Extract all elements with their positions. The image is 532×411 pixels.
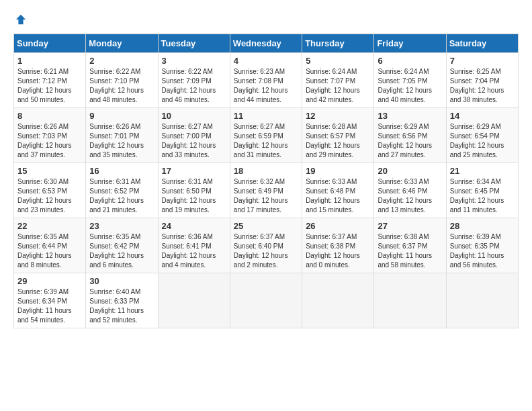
calendar-day-cell: 20 Sunrise: 6:33 AMSunset: 6:46 PMDaylig… (374, 163, 446, 218)
calendar-day-cell: 22 Sunrise: 6:35 AMSunset: 6:44 PMDaylig… (14, 218, 86, 273)
calendar-day-cell: 3 Sunrise: 6:22 AMSunset: 7:09 PMDayligh… (158, 53, 230, 108)
day-number: 12 (306, 111, 370, 121)
calendar-day-cell: 4 Sunrise: 6:23 AMSunset: 7:08 PMDayligh… (230, 53, 302, 108)
day-content: Sunrise: 6:31 AMSunset: 6:52 PMDaylight:… (89, 177, 154, 215)
weekday-header: Thursday (302, 34, 374, 53)
day-number: 11 (234, 111, 298, 121)
day-number: 28 (450, 221, 515, 231)
day-number: 2 (89, 56, 154, 66)
day-content: Sunrise: 6:23 AMSunset: 7:08 PMDaylight:… (234, 67, 298, 105)
logo (13, 13, 27, 23)
weekday-header: Tuesday (158, 34, 230, 53)
calendar-day-cell: 21 Sunrise: 6:34 AMSunset: 6:45 PMDaylig… (446, 163, 518, 218)
calendar-day-cell: 15 Sunrise: 6:30 AMSunset: 6:53 PMDaylig… (14, 163, 86, 218)
weekday-header: Saturday (446, 34, 518, 53)
day-number: 3 (162, 56, 226, 66)
day-number: 27 (378, 221, 442, 231)
calendar-week-row: 1 Sunrise: 6:21 AMSunset: 7:12 PMDayligh… (14, 53, 519, 108)
day-number: 8 (17, 111, 82, 121)
day-number: 25 (234, 221, 298, 231)
day-content: Sunrise: 6:29 AMSunset: 6:54 PMDaylight:… (450, 122, 515, 160)
calendar-day-cell (230, 273, 302, 328)
calendar-day-cell: 23 Sunrise: 6:35 AMSunset: 6:42 PMDaylig… (86, 218, 158, 273)
day-number: 15 (17, 166, 82, 176)
day-content: Sunrise: 6:35 AMSunset: 6:44 PMDaylight:… (17, 232, 82, 270)
day-content: Sunrise: 6:28 AMSunset: 6:57 PMDaylight:… (306, 122, 370, 160)
page-header (13, 13, 519, 23)
day-number: 22 (17, 221, 82, 231)
calendar-day-cell: 25 Sunrise: 6:37 AMSunset: 6:40 PMDaylig… (230, 218, 302, 273)
calendar-week-row: 22 Sunrise: 6:35 AMSunset: 6:44 PMDaylig… (14, 218, 519, 273)
day-number: 13 (378, 111, 442, 121)
day-number: 16 (89, 166, 154, 176)
calendar-week-row: 8 Sunrise: 6:26 AMSunset: 7:03 PMDayligh… (14, 108, 519, 163)
calendar-body: 1 Sunrise: 6:21 AMSunset: 7:12 PMDayligh… (14, 53, 519, 328)
calendar-day-cell: 13 Sunrise: 6:29 AMSunset: 6:56 PMDaylig… (374, 108, 446, 163)
day-content: Sunrise: 6:30 AMSunset: 6:53 PMDaylight:… (17, 177, 82, 215)
day-number: 30 (89, 276, 154, 286)
svg-marker-0 (16, 15, 26, 24)
calendar-day-cell (374, 273, 446, 328)
day-number: 26 (306, 221, 370, 231)
day-number: 17 (162, 166, 226, 176)
calendar-day-cell (158, 273, 230, 328)
day-number: 10 (162, 111, 226, 121)
calendar-day-cell (446, 273, 518, 328)
weekday-header: Wednesday (230, 34, 302, 53)
day-content: Sunrise: 6:39 AMSunset: 6:35 PMDaylight:… (450, 232, 515, 270)
calendar-day-cell: 19 Sunrise: 6:33 AMSunset: 6:48 PMDaylig… (302, 163, 374, 218)
day-content: Sunrise: 6:29 AMSunset: 6:56 PMDaylight:… (378, 122, 442, 160)
calendar-day-cell (302, 273, 374, 328)
day-number: 4 (234, 56, 298, 66)
logo-icon (15, 13, 27, 26)
calendar-day-cell: 30 Sunrise: 6:40 AMSunset: 6:33 PMDaylig… (86, 273, 158, 328)
calendar-day-cell: 28 Sunrise: 6:39 AMSunset: 6:35 PMDaylig… (446, 218, 518, 273)
day-content: Sunrise: 6:37 AMSunset: 6:40 PMDaylight:… (234, 232, 298, 270)
day-number: 23 (89, 221, 154, 231)
day-content: Sunrise: 6:38 AMSunset: 6:37 PMDaylight:… (378, 232, 442, 270)
calendar-day-cell: 7 Sunrise: 6:25 AMSunset: 7:04 PMDayligh… (446, 53, 518, 108)
day-content: Sunrise: 6:27 AMSunset: 7:00 PMDaylight:… (162, 122, 226, 160)
day-number: 7 (450, 56, 515, 66)
day-content: Sunrise: 6:31 AMSunset: 6:50 PMDaylight:… (162, 177, 226, 215)
weekday-header: Friday (374, 34, 446, 53)
calendar-day-cell: 18 Sunrise: 6:32 AMSunset: 6:49 PMDaylig… (230, 163, 302, 218)
day-number: 24 (162, 221, 226, 231)
day-content: Sunrise: 6:34 AMSunset: 6:45 PMDaylight:… (450, 177, 515, 215)
day-content: Sunrise: 6:32 AMSunset: 6:49 PMDaylight:… (234, 177, 298, 215)
calendar-day-cell: 1 Sunrise: 6:21 AMSunset: 7:12 PMDayligh… (14, 53, 86, 108)
calendar-day-cell: 29 Sunrise: 6:39 AMSunset: 6:34 PMDaylig… (14, 273, 86, 328)
calendar-day-cell: 24 Sunrise: 6:36 AMSunset: 6:41 PMDaylig… (158, 218, 230, 273)
day-content: Sunrise: 6:33 AMSunset: 6:46 PMDaylight:… (378, 177, 442, 215)
day-content: Sunrise: 6:22 AMSunset: 7:09 PMDaylight:… (162, 67, 226, 105)
day-number: 14 (450, 111, 515, 121)
day-content: Sunrise: 6:35 AMSunset: 6:42 PMDaylight:… (89, 232, 154, 270)
calendar-day-cell: 9 Sunrise: 6:26 AMSunset: 7:01 PMDayligh… (86, 108, 158, 163)
day-content: Sunrise: 6:37 AMSunset: 6:38 PMDaylight:… (306, 232, 370, 270)
calendar-day-cell: 6 Sunrise: 6:24 AMSunset: 7:05 PMDayligh… (374, 53, 446, 108)
day-number: 18 (234, 166, 298, 176)
calendar-day-cell: 17 Sunrise: 6:31 AMSunset: 6:50 PMDaylig… (158, 163, 230, 218)
calendar-week-row: 29 Sunrise: 6:39 AMSunset: 6:34 PMDaylig… (14, 273, 519, 328)
day-number: 5 (306, 56, 370, 66)
day-content: Sunrise: 6:22 AMSunset: 7:10 PMDaylight:… (89, 67, 154, 105)
weekday-header: Monday (86, 34, 158, 53)
calendar-day-cell: 16 Sunrise: 6:31 AMSunset: 6:52 PMDaylig… (86, 163, 158, 218)
day-number: 29 (17, 276, 82, 286)
day-number: 6 (378, 56, 442, 66)
calendar-day-cell: 27 Sunrise: 6:38 AMSunset: 6:37 PMDaylig… (374, 218, 446, 273)
day-number: 21 (450, 166, 515, 176)
calendar-table: SundayMondayTuesdayWednesdayThursdayFrid… (13, 34, 519, 328)
day-content: Sunrise: 6:24 AMSunset: 7:05 PMDaylight:… (378, 67, 442, 105)
calendar-day-cell: 26 Sunrise: 6:37 AMSunset: 6:38 PMDaylig… (302, 218, 374, 273)
weekday-header: Sunday (14, 34, 86, 53)
day-content: Sunrise: 6:26 AMSunset: 7:03 PMDaylight:… (17, 122, 82, 160)
calendar-day-cell: 2 Sunrise: 6:22 AMSunset: 7:10 PMDayligh… (86, 53, 158, 108)
day-content: Sunrise: 6:21 AMSunset: 7:12 PMDaylight:… (17, 67, 82, 105)
day-content: Sunrise: 6:24 AMSunset: 7:07 PMDaylight:… (306, 67, 370, 105)
day-content: Sunrise: 6:33 AMSunset: 6:48 PMDaylight:… (306, 177, 370, 215)
calendar-week-row: 15 Sunrise: 6:30 AMSunset: 6:53 PMDaylig… (14, 163, 519, 218)
day-content: Sunrise: 6:36 AMSunset: 6:41 PMDaylight:… (162, 232, 226, 270)
calendar-day-cell: 8 Sunrise: 6:26 AMSunset: 7:03 PMDayligh… (14, 108, 86, 163)
calendar-header: SundayMondayTuesdayWednesdayThursdayFrid… (14, 34, 519, 53)
